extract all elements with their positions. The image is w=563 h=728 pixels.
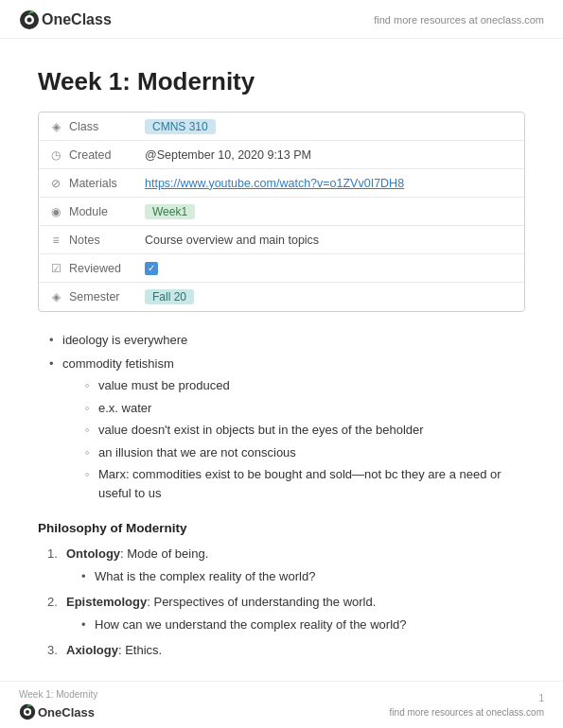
main-bullet-list: ideology is everywhere commodity fetishi… (38, 331, 525, 502)
class-tag: CMNS 310 (145, 119, 216, 134)
term-axiology: Axiology (66, 643, 118, 657)
list-item: ideology is everywhere (47, 331, 525, 350)
definition-axiology: : Ethics. (118, 643, 162, 657)
ontology-sub-list: What is the complex reality of the world… (66, 567, 525, 586)
sub-list-item: What is the complex reality of the world… (81, 567, 525, 586)
semester-label: Semester (69, 290, 145, 303)
note-icon: ≡ (48, 233, 63, 248)
meta-row-materials: ⊘ Materials https://www.youtube.com/watc… (39, 169, 524, 198)
page-title: Week 1: Modernity (38, 67, 525, 96)
footer-right: 1 find more resources at oneclass.com (390, 693, 544, 718)
meta-row-notes: ≡ Notes Course overview and main topics (39, 226, 524, 254)
semester-tag: Fall 20 (145, 289, 194, 304)
philosophy-item-1: Ontology: Mode of being. What is the com… (47, 545, 525, 585)
header-tagline: find more resources at oneclass.com (374, 14, 544, 26)
footer-left: Week 1: Modernity OneClass (19, 689, 97, 720)
materials-label: Materials (69, 177, 145, 190)
philosophy-item-2: Epistemology: Perspectives of understand… (47, 593, 525, 633)
tag-icon: ◈ (48, 119, 63, 134)
notes-label: Notes (69, 234, 145, 247)
sub-list-item: an illusion that we are not conscious (83, 443, 525, 462)
notes-value: Course overview and main topics (145, 234, 319, 247)
definition-epistemology: : Perspectives of understanding the worl… (147, 595, 376, 609)
metadata-table: ◈ Class CMNS 310 ◷ Created @September 10… (38, 112, 525, 312)
checkbox-checked: ✓ (145, 262, 158, 275)
reviewed-label: Reviewed (69, 262, 145, 275)
paperclip-icon: ⊘ (48, 176, 63, 191)
term-ontology: Ontology (66, 546, 120, 561)
bullet-section: ideology is everywhere commodity fetishi… (38, 331, 525, 502)
semester-icon: ◈ (48, 289, 63, 304)
meta-row-reviewed: ☑ Reviewed ✓ (39, 254, 524, 283)
main-content: Week 1: Modernity ◈ Class CMNS 310 ◷ Cre… (0, 39, 563, 713)
sub-list-item: Marx: commodities exist to be bought and… (83, 465, 525, 502)
meta-row-created: ◷ Created @September 10, 2020 9:13 PM (39, 141, 524, 169)
svg-point-2 (27, 18, 32, 23)
meta-row-class: ◈ Class CMNS 310 (39, 113, 524, 141)
clock-icon: ◷ (48, 147, 63, 163)
module-tag: Week1 (145, 204, 195, 219)
philosophy-list: Ontology: Mode of being. What is the com… (38, 545, 525, 660)
sub-list-item: e.x. water (83, 399, 525, 418)
meta-row-semester: ◈ Semester Fall 20 (39, 283, 524, 311)
footer-page-number: 1 (538, 693, 544, 703)
epistemology-sub-list: How can we understand the complex realit… (66, 615, 525, 634)
created-label: Created (69, 148, 145, 162)
class-label: Class (69, 120, 145, 133)
footer-tagline: find more resources at oneclass.com (390, 707, 544, 718)
class-value: CMNS 310 (145, 119, 216, 134)
materials-link[interactable]: https://www.youtube.com/watch?v=o1ZVv0I7… (145, 177, 404, 190)
footer-logo-icon (19, 703, 36, 720)
sub-list-item: value doesn't exist in objects but in th… (83, 421, 525, 440)
svg-point-6 (26, 710, 29, 714)
list-item: commodity fetishism value must be produc… (47, 355, 525, 503)
reviewed-value: ✓ (145, 261, 158, 275)
philosophy-heading: Philosophy of Modernity (38, 521, 525, 535)
footer-page-title: Week 1: Modernity (19, 689, 97, 700)
page-header: OneClass find more resources at oneclass… (0, 0, 563, 39)
definition-ontology: : Mode of being. (120, 546, 208, 561)
sub-list-item: How can we understand the complex realit… (81, 615, 525, 634)
philosophy-item-3: Axiology: Ethics. (47, 641, 525, 660)
footer-logo-text: OneClass (38, 705, 95, 719)
module-value: Week1 (145, 204, 195, 219)
cube-icon: ◉ (48, 204, 63, 219)
sub-list-item: value must be produced (83, 376, 525, 395)
logo-text: OneClass (42, 11, 112, 28)
philosophy-section: Philosophy of Modernity Ontology: Mode o… (38, 521, 525, 660)
semester-value: Fall 20 (145, 289, 194, 304)
meta-row-module: ◉ Module Week1 (39, 198, 524, 226)
sub-bullet-list: value must be produced e.x. water value … (62, 376, 525, 502)
created-value: @September 10, 2020 9:13 PM (145, 148, 311, 162)
page-footer: Week 1: Modernity OneClass 1 find more r… (0, 681, 563, 728)
logo: OneClass (19, 9, 112, 30)
logo-icon (19, 9, 40, 30)
reviewed-icon: ☑ (48, 261, 63, 276)
module-label: Module (69, 205, 145, 218)
term-epistemology: Epistemology (66, 595, 147, 609)
footer-logo: OneClass (19, 703, 97, 720)
